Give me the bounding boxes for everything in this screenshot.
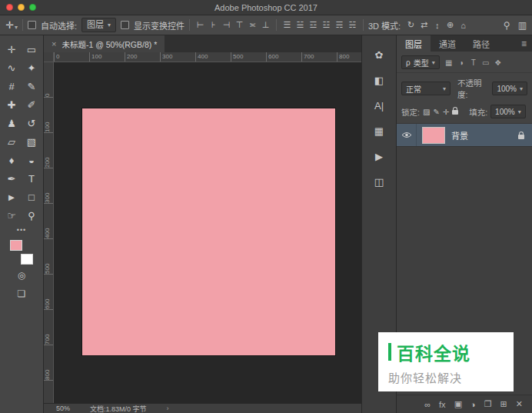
search-icon[interactable]: ⚲ — [504, 20, 510, 31]
delete-layer-icon[interactable]: ✕ — [516, 399, 523, 409]
distribute-icon[interactable]: ☲ — [308, 19, 319, 32]
3d-mode-icon[interactable]: ↻ — [405, 19, 417, 32]
tab-channels[interactable]: 通道 — [431, 35, 464, 52]
distribute-icon[interactable]: ☳ — [321, 19, 332, 32]
tab-paths[interactable]: 路径 — [464, 35, 498, 52]
options-bar-right: ⚲ ▥ — [504, 20, 527, 31]
panel-menu-icon[interactable]: ≡ — [516, 35, 532, 52]
ruler-origin-corner[interactable] — [44, 52, 54, 62]
brush-tool[interactable]: ✐ — [22, 95, 42, 114]
type-tool[interactable]: T — [22, 169, 42, 188]
align-icon[interactable]: ≍ — [247, 19, 258, 32]
screen-mode-button[interactable]: ❏ — [13, 286, 30, 301]
layer-row-background[interactable]: 背景 — [397, 124, 532, 147]
3d-mode-icon[interactable]: ↕ — [431, 19, 443, 32]
zoom-level-field[interactable]: 50% — [56, 405, 70, 412]
hand-tool[interactable]: ☞ — [2, 206, 22, 225]
document-canvas[interactable] — [82, 108, 335, 355]
eraser-tool[interactable]: ▱ — [2, 132, 22, 151]
ruler-tick: 500 — [231, 52, 266, 62]
zoom-window-button[interactable] — [29, 4, 36, 11]
quick-mask-button[interactable]: ◎ — [13, 268, 30, 283]
clone-stamp-tool[interactable]: ♟ — [2, 114, 22, 132]
background-color-swatch[interactable] — [21, 254, 33, 265]
align-icon[interactable]: ⊤ — [234, 19, 245, 32]
adjustments-panel-icon[interactable]: ◧ — [369, 72, 389, 88]
history-brush-tool[interactable]: ↺ — [22, 114, 42, 132]
3d-mode-icon[interactable]: ⌂ — [457, 19, 469, 32]
align-icon[interactable]: ⊦ — [208, 19, 219, 32]
layer-visibility-toggle[interactable] — [397, 124, 417, 146]
minimize-window-button[interactable] — [18, 4, 25, 11]
spot-healing-tool[interactable]: ✚ — [2, 95, 22, 114]
3d-mode-icon[interactable]: ⊕ — [444, 19, 456, 32]
show-transform-controls-checkbox[interactable] — [121, 21, 129, 29]
zoom-tool[interactable]: ⚲ — [22, 206, 42, 225]
opacity-field[interactable]: 100% ▾ — [492, 82, 527, 95]
layer-filter-kind-dropdown[interactable]: ρ 类型 ▾ — [401, 55, 440, 69]
lock-icon[interactable]: ▨ — [423, 108, 430, 116]
lasso-tool[interactable]: ∿ — [2, 58, 22, 77]
close-window-button[interactable] — [6, 4, 13, 11]
horizontal-ruler[interactable]: 0100200300400500600700800 — [54, 52, 361, 62]
adjustment-layer-icon[interactable]: ◑ — [470, 400, 476, 409]
fill-field[interactable]: 100% ▾ — [490, 105, 526, 118]
new-layer-icon[interactable]: ⊞ — [500, 399, 507, 409]
rectangle-tool[interactable]: □ — [22, 188, 42, 206]
layer-filter-icon[interactable]: ▦ — [444, 57, 454, 68]
layer-filter-icon[interactable]: T — [468, 57, 479, 68]
dodge-tool[interactable]: ◒ — [22, 151, 42, 169]
blur-tool[interactable]: ♦ — [2, 151, 22, 169]
crop-tool[interactable]: # — [2, 77, 22, 95]
layer-filter-icon[interactable]: ◑ — [456, 57, 467, 68]
path-selection-tool[interactable]: ► — [2, 188, 22, 206]
edit-toolbar-button[interactable]: ••• — [17, 226, 26, 234]
distribute-icon[interactable]: ☱ — [294, 19, 306, 32]
actions-panel-icon[interactable]: ▶ — [369, 148, 389, 165]
eyedropper-tool[interactable]: ✎ — [22, 77, 42, 95]
new-group-icon[interactable]: ❐ — [484, 399, 492, 409]
blend-mode-dropdown[interactable]: 正常 ▾ — [401, 82, 451, 95]
align-icon[interactable]: ⊣ — [221, 19, 232, 32]
align-icon[interactable]: ⊢ — [195, 19, 206, 32]
foreground-color-swatch[interactable] — [10, 240, 22, 251]
color-panel-icon[interactable]: ✿ — [369, 46, 389, 63]
distribute-icon[interactable]: ☵ — [347, 19, 358, 32]
layer-style-icon[interactable]: fx — [439, 400, 446, 409]
lock-all-icon[interactable] — [452, 110, 458, 115]
gradient-tool[interactable]: ▧ — [22, 132, 42, 151]
layer-filter-icon[interactable]: ❖ — [493, 57, 504, 68]
document-viewport[interactable] — [54, 62, 361, 403]
lock-icon[interactable]: ✎ — [433, 108, 439, 116]
background-lock-icon[interactable] — [518, 135, 524, 139]
layer-filter-icon[interactable]: ▭ — [480, 57, 491, 68]
add-mask-icon[interactable]: ▣ — [454, 399, 462, 409]
tab-layers[interactable]: 图层 — [397, 35, 431, 52]
auto-select-target-dropdown[interactable]: 图层 ▾ — [81, 18, 116, 32]
swatches-panel-icon[interactable]: ▦ — [369, 122, 389, 139]
current-tool-button[interactable]: ✛ ▾ — [5, 19, 18, 31]
chevron-down-icon: ▾ — [15, 24, 18, 31]
properties-panel-icon[interactable]: ◫ — [369, 173, 389, 190]
link-layers-icon[interactable]: ∞ — [424, 400, 431, 409]
auto-select-checkbox[interactable] — [28, 21, 36, 29]
distribute-icon[interactable]: ☴ — [334, 19, 345, 32]
move-tool[interactable]: ✛ — [2, 40, 22, 58]
ruler-tick: 100 — [89, 52, 125, 62]
3d-mode-icon[interactable]: ⇄ — [418, 19, 430, 32]
status-options-chevron[interactable]: › — [167, 405, 169, 412]
document-tab[interactable]: × 未标题-1 @ 50%(RGB/8) * — [44, 35, 165, 52]
character-panel-icon[interactable]: A| — [369, 97, 389, 114]
quick-selection-tool[interactable]: ✦ — [22, 58, 42, 77]
pen-tool[interactable]: ✒ — [2, 169, 22, 188]
align-icon[interactable]: ⊥ — [260, 19, 271, 32]
vertical-ruler[interactable]: 0100200300400500600700800 — [44, 62, 54, 403]
close-tab-icon[interactable]: × — [52, 39, 56, 48]
rectangular-marquee-tool[interactable]: ▭ — [22, 40, 42, 58]
lock-icon[interactable]: ✛ — [443, 108, 449, 116]
layer-thumbnail[interactable] — [422, 127, 445, 144]
watermark-accent-bar — [388, 343, 391, 361]
workspace-switcher-icon[interactable]: ▥ — [518, 20, 527, 31]
ruler-tick: 600 — [266, 52, 301, 62]
distribute-icon[interactable]: ☰ — [281, 19, 293, 32]
